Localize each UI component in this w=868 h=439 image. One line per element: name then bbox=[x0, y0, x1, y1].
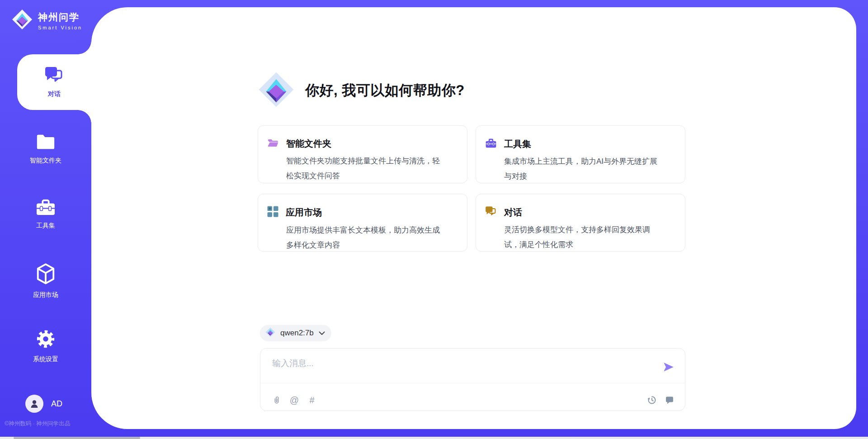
composer-toolbar: @ # bbox=[260, 389, 685, 411]
tab-top-fillet bbox=[78, 41, 91, 54]
brand-diamond-icon bbox=[12, 9, 33, 32]
send-button[interactable] bbox=[662, 361, 675, 373]
card-title: 对话 bbox=[504, 206, 522, 219]
sidebar-item-label: 系统设置 bbox=[33, 355, 58, 363]
paperclip-icon bbox=[272, 395, 281, 405]
card-toolset[interactable]: 工具集 集成市场上主流工具，助力AI与外界无缝扩展与对接 bbox=[476, 125, 685, 183]
card-description: 灵活切换多模型文件，支持多样回复效果调试，满足个性化需求 bbox=[504, 222, 663, 252]
sidebar-item-smart-folder[interactable]: 智能文件夹 bbox=[0, 133, 91, 165]
sidebar-item-app-market[interactable]: 应用市场 bbox=[0, 262, 91, 299]
folder-open-icon bbox=[267, 138, 279, 150]
card-smart-folder[interactable]: 智能文件夹 智能文件夹功能支持批量文件上传与清洗，轻松实现文件问答 bbox=[258, 125, 467, 183]
at-icon: @ bbox=[290, 395, 299, 406]
attach-file-button[interactable] bbox=[271, 395, 282, 406]
greeting: 你好, 我可以如何帮助你? bbox=[258, 72, 465, 110]
brand-logo: 神州问学 Smart Vision bbox=[12, 9, 82, 32]
brand-diamond-icon bbox=[265, 327, 275, 339]
sidebar-item-label: 对话 bbox=[48, 90, 61, 98]
composer-divider bbox=[260, 383, 685, 383]
feature-cards: 智能文件夹 智能文件夹功能支持批量文件上传与清洗，轻松实现文件问答 bbox=[258, 125, 685, 252]
message-composer: @ # bbox=[260, 348, 685, 411]
card-title: 智能文件夹 bbox=[286, 138, 331, 150]
avatar bbox=[25, 395, 43, 413]
card-title: 工具集 bbox=[504, 138, 531, 150]
card-chat[interactable]: 对话 灵活切换多模型文件，支持多样回复效果调试，满足个性化需求 bbox=[476, 194, 685, 252]
new-chat-button[interactable] bbox=[664, 395, 675, 406]
grid-icon bbox=[267, 206, 278, 219]
main-panel: 你好, 我可以如何帮助你? 智能文件夹 智能文件夹功能支持批量文件上传与清洗，轻… bbox=[91, 7, 856, 429]
toolbox-icon bbox=[35, 198, 56, 218]
sidebar-item-label: 智能文件夹 bbox=[30, 157, 61, 165]
card-description: 应用市场提供丰富长文本模板，助力高效生成多样化文章内容 bbox=[286, 223, 445, 253]
chat-bubbles-icon bbox=[44, 66, 64, 86]
card-description: 智能文件夹功能支持批量文件上传与清洗，轻松实现文件问答 bbox=[286, 153, 445, 183]
model-name: qwen2:7b bbox=[280, 329, 314, 338]
user-name: AD bbox=[51, 399, 62, 409]
user-profile[interactable]: AD bbox=[25, 395, 62, 413]
card-title: 应用市场 bbox=[286, 206, 322, 219]
chat-bubbles-icon bbox=[485, 206, 497, 219]
chevron-down-icon bbox=[319, 329, 325, 337]
history-button[interactable] bbox=[646, 395, 657, 406]
horizontal-scrollbar bbox=[0, 437, 868, 439]
sidebar-item-settings[interactable]: 系统设置 bbox=[0, 329, 91, 363]
folder-icon bbox=[35, 133, 56, 153]
message-input[interactable] bbox=[260, 348, 658, 380]
cube-icon bbox=[35, 262, 56, 287]
mention-button[interactable]: @ bbox=[289, 395, 300, 406]
history-icon bbox=[647, 395, 657, 405]
send-icon bbox=[662, 361, 675, 373]
tab-bottom-fillet bbox=[78, 110, 91, 124]
model-selector[interactable]: qwen2:7b bbox=[260, 325, 331, 341]
scrollbar-thumb[interactable] bbox=[14, 437, 140, 439]
greeting-title: 你好, 我可以如何帮助你? bbox=[305, 81, 465, 100]
hash-icon: # bbox=[309, 395, 314, 406]
gear-icon bbox=[35, 329, 56, 351]
card-description: 集成市场上主流工具，助力AI与外界无缝扩展与对接 bbox=[504, 154, 663, 184]
brand-name: 神州问学 bbox=[38, 11, 82, 24]
sidebar-item-chat[interactable]: 对话 bbox=[17, 54, 91, 110]
brand-diamond-icon bbox=[258, 72, 294, 110]
card-app-market[interactable]: 应用市场 应用市场提供丰富长文本模板，助力高效生成多样化文章内容 bbox=[258, 194, 467, 252]
sidebar-item-toolset[interactable]: 工具集 bbox=[0, 198, 91, 230]
person-icon bbox=[29, 398, 40, 409]
sidebar-item-label: 应用市场 bbox=[33, 291, 58, 299]
brand-subtitle: Smart Vision bbox=[38, 25, 82, 30]
chat-bubble-icon bbox=[665, 396, 674, 405]
toolbox-icon bbox=[485, 138, 497, 150]
app-window: 神州问学 Smart Vision 对话 bbox=[0, 0, 868, 439]
sidebar-item-label: 工具集 bbox=[36, 222, 55, 230]
topic-button[interactable]: # bbox=[307, 395, 317, 406]
footer-credit: ©神州数码 · 神州问学出品 bbox=[5, 420, 70, 428]
